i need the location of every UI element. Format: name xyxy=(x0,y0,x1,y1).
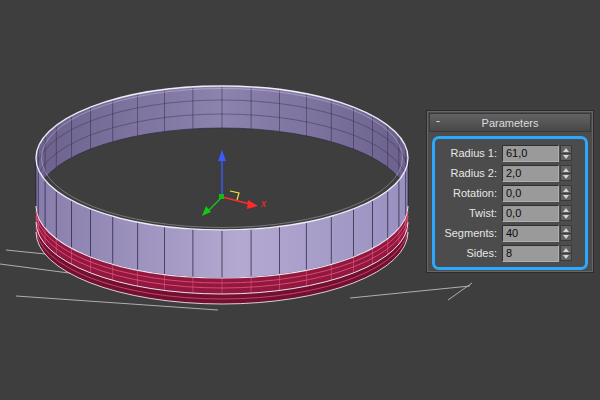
spinner-up-icon[interactable] xyxy=(560,225,572,233)
segments-spinner xyxy=(560,225,572,241)
spinner-up-icon[interactable] xyxy=(560,145,572,153)
radius2-field[interactable] xyxy=(502,165,559,182)
param-label: Sides: xyxy=(435,247,502,259)
param-label: Radius 2: xyxy=(435,167,502,179)
twist-field[interactable] xyxy=(502,205,559,222)
rotation-field[interactable] xyxy=(502,185,559,202)
spinner-down-icon[interactable] xyxy=(560,173,572,181)
twist-spinner xyxy=(560,205,572,221)
sides-field[interactable] xyxy=(502,245,559,262)
parameter-row-rotation: Rotation: xyxy=(435,183,583,203)
rollout-title: Parameters xyxy=(482,117,539,129)
parameter-row-radius2: Radius 2: xyxy=(435,163,583,183)
viewport-window: x - Parameters Radius 1: Radius 2: xyxy=(0,0,600,400)
parameter-highlight-outline: Radius 1: Radius 2: Rota xyxy=(432,136,588,270)
parameter-row-sides: Sides: xyxy=(435,243,583,263)
y-axis-arrow-icon xyxy=(202,206,211,216)
spinner-up-icon[interactable] xyxy=(560,185,572,193)
x-axis-arrow-icon xyxy=(247,200,258,209)
gizmo-origin-icon xyxy=(219,194,224,199)
parameter-row-twist: Twist: xyxy=(435,203,583,223)
spinner-up-icon[interactable] xyxy=(560,245,572,253)
spinner-up-icon[interactable] xyxy=(560,205,572,213)
param-label: Segments: xyxy=(435,227,502,239)
sides-spinner xyxy=(560,245,572,261)
spinner-up-icon[interactable] xyxy=(560,165,572,173)
spinner-down-icon[interactable] xyxy=(560,253,572,261)
x-axis-label: x xyxy=(260,198,267,209)
segments-field[interactable] xyxy=(502,225,559,242)
rollout-header[interactable]: - Parameters xyxy=(429,113,591,132)
parameter-row-segments: Segments: xyxy=(435,223,583,243)
parameters-rollout: - Parameters Radius 1: Radius 2: xyxy=(427,111,593,272)
radius1-spinner xyxy=(560,145,572,161)
rollout-body: Radius 1: Radius 2: Rota xyxy=(428,133,592,270)
radius2-spinner xyxy=(560,165,572,181)
param-label: Rotation: xyxy=(435,187,502,199)
param-label: Twist: xyxy=(435,207,502,219)
spinner-down-icon[interactable] xyxy=(560,233,572,241)
param-label: Radius 1: xyxy=(435,147,502,159)
spinner-down-icon[interactable] xyxy=(560,213,572,221)
collapse-minus-icon[interactable]: - xyxy=(436,114,440,129)
radius1-field[interactable] xyxy=(502,145,559,162)
z-axis-arrow-icon xyxy=(218,150,226,161)
parameter-row-radius1: Radius 1: xyxy=(435,143,583,163)
spinner-down-icon[interactable] xyxy=(560,193,572,201)
transform-gizmo[interactable]: x xyxy=(202,150,267,216)
spinner-down-icon[interactable] xyxy=(560,153,572,161)
rotation-spinner xyxy=(560,185,572,201)
